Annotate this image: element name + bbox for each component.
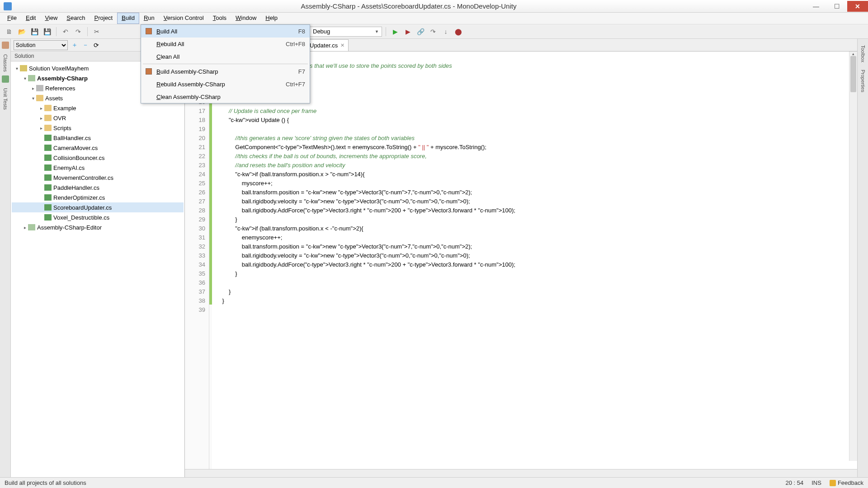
tree-node[interactable]: ▸OVR: [12, 113, 184, 123]
unit-tests-tab-icon[interactable]: [2, 75, 9, 83]
vertical-scrollbar[interactable]: ▴: [849, 52, 857, 461]
feedback-icon: [830, 480, 836, 486]
open-button[interactable]: 📂: [16, 26, 27, 37]
config-selector[interactable]: Debug ▼: [310, 27, 382, 37]
step-into-button[interactable]: ↓: [440, 26, 451, 37]
main-toolbar: 🗎 📂 💾 💾 ↶ ↷ ✂ ◄ ► Debug ▼ ▶ ▶ 🔗 ↷ ↓ ⬤: [0, 24, 868, 39]
separator: [87, 27, 88, 36]
horizontal-scrollbar[interactable]: [185, 469, 857, 477]
window-title: Assembly-CSharp - Assets\ScoreboardUpdat…: [12, 2, 806, 10]
undo-button[interactable]: ↶: [60, 26, 71, 37]
config-label: Debug: [313, 28, 330, 35]
menu-item-build-all[interactable]: Build AllF8: [141, 25, 310, 38]
run-button[interactable]: ▶: [390, 26, 401, 37]
editor-area: Handler.cs✕EnemyAI.cs✕ScoreboardUpdater.…: [185, 39, 857, 477]
tree-node[interactable]: ScoreboardUpdater.cs: [12, 202, 184, 212]
cut-button[interactable]: ✂: [91, 26, 102, 37]
menu-item-clean-assembly-csharp[interactable]: Clean Assembly-CSharp: [141, 90, 310, 103]
feedback-button[interactable]: Feedback: [830, 479, 863, 486]
properties-tab[interactable]: Properties: [860, 70, 866, 92]
menu-item-rebuild-assembly-csharp[interactable]: Rebuild Assembly-CSharpCtrl+F7: [141, 78, 310, 90]
cursor-position: 20 : 54: [785, 479, 803, 486]
menu-item-build-assembly-csharp[interactable]: Build Assembly-CSharpF7: [141, 65, 310, 78]
menu-project[interactable]: Project: [90, 13, 117, 24]
menu-edit[interactable]: Edit: [21, 13, 40, 24]
tree-node[interactable]: PaddleHandler.cs: [12, 183, 184, 192]
classes-tab-icon[interactable]: [2, 42, 9, 49]
attach-button[interactable]: 🔗: [415, 26, 426, 37]
menubar: FileEditViewSearchProjectBuildRunVersion…: [0, 13, 868, 24]
menu-view[interactable]: View: [40, 13, 62, 24]
status-message: Build all projects of all solutions: [5, 479, 86, 486]
solution-view-selector[interactable]: Solution: [14, 40, 68, 50]
menu-help[interactable]: Help: [261, 13, 282, 24]
maximize-button[interactable]: ☐: [826, 1, 847, 12]
tree-node[interactable]: MovementController.cs: [12, 173, 184, 183]
titlebar: Assembly-CSharp - Assets\ScoreboardUpdat…: [0, 0, 868, 13]
menu-file[interactable]: File: [3, 13, 21, 24]
tree-node[interactable]: ▸Scripts: [12, 123, 184, 133]
redo-button[interactable]: ↷: [73, 26, 84, 37]
menu-build[interactable]: Build: [117, 13, 139, 24]
add-button[interactable]: ＋: [71, 41, 79, 49]
tree-node[interactable]: Voxel_Destructible.cs: [12, 212, 184, 222]
solution-panel: Solution ＋ － ⟳ Solution ▾Solution VoxelM…: [11, 39, 185, 477]
refresh-button[interactable]: ⟳: [92, 41, 100, 49]
close-icon[interactable]: ✕: [340, 42, 344, 48]
menu-window[interactable]: Window: [231, 13, 261, 24]
menu-item-rebuild-all[interactable]: Rebuild AllCtrl+F8: [141, 38, 310, 50]
close-button[interactable]: ✕: [847, 1, 868, 12]
main-area: Classes Unit Tests Solution ＋ － ⟳ Soluti…: [0, 39, 868, 477]
scroll-thumb[interactable]: [850, 56, 856, 92]
toolbox-tab[interactable]: Toolbox: [860, 45, 866, 62]
separator: [56, 27, 57, 36]
line-gutter: 1112131415161718192021222324252627282930…: [185, 52, 209, 469]
unit-tests-tab[interactable]: Unit Tests: [3, 88, 8, 110]
tree-node[interactable]: CameraMover.cs: [12, 143, 184, 153]
minimize-button[interactable]: —: [806, 1, 826, 12]
solution-tree[interactable]: ▾Solution VoxelMayhem▾Assembly-CSharp▸Re…: [11, 61, 184, 477]
classes-tab[interactable]: Classes: [3, 54, 8, 72]
build-button[interactable]: ▶: [402, 26, 413, 37]
menu-run[interactable]: Run: [139, 13, 159, 24]
insert-mode: INS: [811, 479, 821, 486]
right-side-tabs: Toolbox Properties: [857, 39, 868, 477]
save-all-button[interactable]: 💾: [42, 26, 52, 37]
app-icon: [4, 2, 12, 10]
menu-version-control[interactable]: Version Control: [159, 13, 208, 24]
tree-node[interactable]: ▸Assembly-CSharp-Editor: [12, 222, 184, 232]
chevron-down-icon: ▼: [375, 29, 379, 34]
code-source[interactable]: te () //declares two score variables tha…: [212, 52, 857, 469]
tree-node[interactable]: RenderOptimizer.cs: [12, 192, 184, 202]
tree-node[interactable]: EnemyAI.cs: [12, 163, 184, 173]
menu-tools[interactable]: Tools: [208, 13, 231, 24]
new-file-button[interactable]: 🗎: [4, 26, 14, 37]
code-editor[interactable]: 1112131415161718192021222324252627282930…: [185, 52, 857, 469]
step-over-button[interactable]: ↷: [428, 26, 439, 37]
left-side-tabs: Classes Unit Tests: [0, 39, 11, 477]
statusbar: Build all projects of all solutions 20 :…: [0, 477, 868, 488]
stop-button[interactable]: ⬤: [453, 26, 464, 37]
tree-node[interactable]: CollisionBouncer.cs: [12, 153, 184, 163]
menu-item-clean-all[interactable]: Clean All: [141, 50, 310, 63]
menu-search[interactable]: Search: [62, 13, 90, 24]
separator: [386, 27, 386, 36]
tree-node[interactable]: BallHandler.cs: [12, 133, 184, 143]
remove-button[interactable]: －: [81, 41, 90, 49]
build-menu-dropdown: Build AllF8Rebuild AllCtrl+F8Clean AllBu…: [141, 24, 310, 103]
tree-node[interactable]: ▸Example: [12, 103, 184, 113]
save-button[interactable]: 💾: [29, 26, 40, 37]
